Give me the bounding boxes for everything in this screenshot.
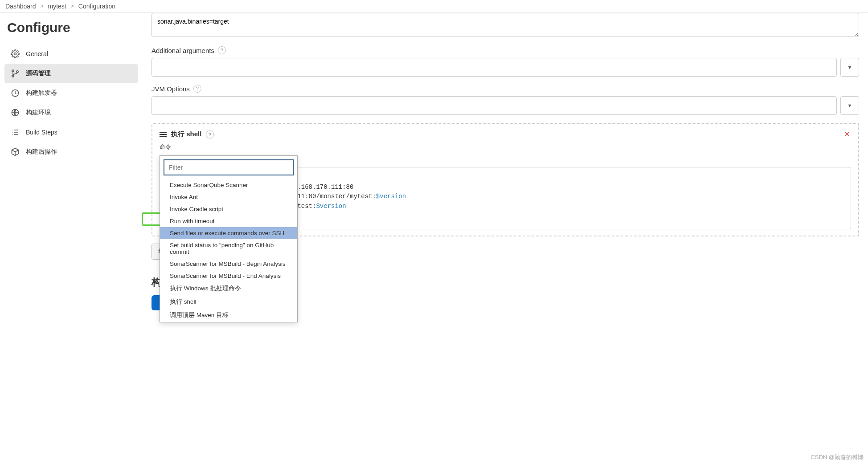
shell-panel-title: 执行 shell [171, 130, 201, 138]
help-icon[interactable]: ? [193, 85, 201, 93]
branch-icon [11, 69, 20, 78]
svg-point-2 [12, 75, 14, 77]
sidebar-item-triggers[interactable]: 构建触发器 [4, 83, 138, 103]
dropdown-item[interactable]: Invoke Ant [160, 191, 297, 203]
cube-icon [11, 147, 20, 156]
list-icon [11, 128, 20, 137]
analysis-properties-textarea[interactable]: sonar.java.binaries=target [151, 13, 859, 37]
expand-button[interactable]: ▼ [840, 58, 859, 77]
globe-icon [11, 108, 20, 117]
main-content: sonar.java.binaries=target Additional ar… [143, 13, 868, 328]
clock-icon [11, 89, 20, 98]
svg-point-0 [14, 53, 16, 55]
svg-point-3 [16, 71, 18, 73]
sidebar-item-build-steps[interactable]: Build Steps [4, 122, 138, 142]
sidebar-item-post-build[interactable]: 构建后操作 [4, 142, 138, 162]
dropdown-item[interactable]: SonarScanner for MSBuild - Begin Analysi… [160, 258, 297, 270]
dropdown-item[interactable]: Run with timeout [160, 215, 297, 227]
help-icon[interactable]: ? [218, 46, 226, 54]
dropdown-item[interactable]: 执行 shell [160, 295, 297, 309]
page-title: Configure [4, 20, 138, 35]
breadcrumb-item[interactable]: Dashboard [5, 3, 36, 10]
chevron-down-icon: ▼ [848, 65, 852, 70]
sidebar-item-label: General [26, 50, 48, 57]
dropdown-item[interactable]: Set build status to "pending" on GitHub … [160, 239, 297, 258]
breadcrumb-item[interactable]: mytest [48, 3, 66, 10]
jvm-options-input[interactable] [151, 96, 837, 115]
additional-arguments-label: Additional arguments [151, 47, 214, 54]
drag-handle-icon[interactable] [160, 132, 167, 137]
additional-arguments-input[interactable] [151, 58, 837, 77]
sidebar-item-label: Build Steps [26, 129, 57, 136]
chevron-right-icon: > [41, 3, 44, 9]
expand-button[interactable]: ▼ [840, 96, 859, 115]
dropdown-item[interactable]: 调用顶层 Maven 目标 [160, 309, 297, 322]
sidebar-item-label: 源码管理 [26, 69, 51, 77]
sidebar-item-environment[interactable]: 构建环境 [4, 103, 138, 122]
dropdown-item[interactable]: Invoke Gradle script [160, 203, 297, 215]
help-icon[interactable]: ? [206, 130, 214, 138]
dropdown-filter-input[interactable] [164, 159, 294, 175]
jvm-options-label: JVM Options [151, 85, 190, 93]
sidebar-item-label: 构建触发器 [26, 89, 57, 97]
dropdown-item[interactable]: SonarScanner for MSBuild - End Analysis [160, 270, 297, 282]
chevron-down-icon: ▼ [848, 103, 852, 108]
build-step-dropdown: Execute SonarQube ScannerInvoke AntInvok… [160, 155, 298, 322]
sidebar: Configure General 源码管理 构建触发器 构建环境 [0, 13, 143, 328]
sidebar-item-label: 构建后操作 [26, 148, 57, 156]
gear-icon [11, 49, 20, 58]
dropdown-item[interactable]: 执行 Windows 批处理命令 [160, 282, 297, 295]
dropdown-item[interactable]: Send files or execute commands over SSH [160, 227, 297, 239]
command-label: 命令 [160, 143, 851, 151]
shell-step-panel: 执行 shell ? ✕ 命令 Execute SonarQube Scanne… [151, 123, 859, 236]
sidebar-item-label: 构建环境 [26, 109, 51, 117]
sidebar-item-scm[interactable]: 源码管理 [4, 64, 138, 83]
dropdown-item[interactable]: Execute SonarQube Scanner [160, 179, 297, 191]
breadcrumb: Dashboard > mytest > Configuration [0, 0, 868, 13]
breadcrumb-item[interactable]: Configuration [78, 3, 115, 10]
chevron-right-icon: > [71, 3, 74, 9]
svg-point-1 [12, 70, 14, 72]
close-icon[interactable]: ✕ [842, 129, 852, 139]
sidebar-item-general[interactable]: General [4, 44, 138, 64]
